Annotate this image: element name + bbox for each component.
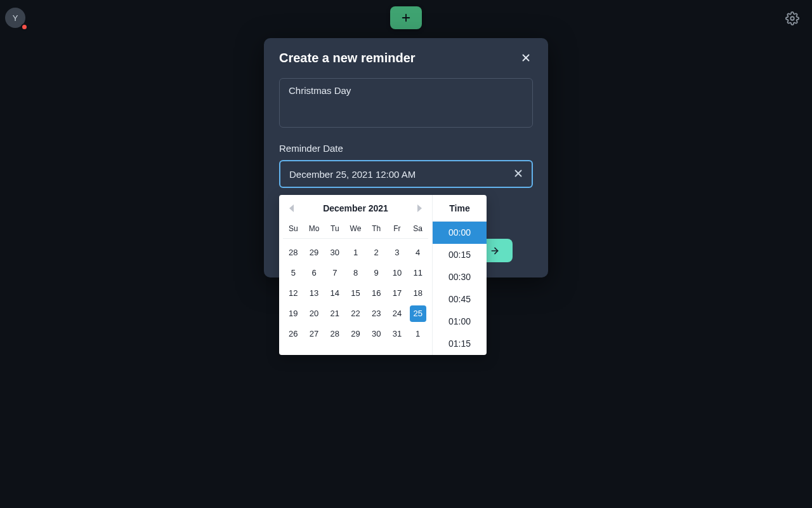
time-option[interactable]: 01:15	[433, 333, 487, 355]
calendar-header: December 2021	[279, 195, 432, 222]
reminder-text-input[interactable]	[279, 78, 533, 128]
time-option[interactable]: 00:00	[433, 222, 487, 244]
clear-date-button[interactable]	[513, 168, 525, 180]
plus-icon	[400, 12, 412, 23]
day-cell[interactable]: 21	[324, 304, 345, 324]
add-reminder-button[interactable]	[390, 6, 422, 29]
prev-month-button[interactable]	[289, 204, 294, 212]
weekday-sa: Sa	[407, 222, 428, 238]
calendar-grid: 2829301234567891011121314151617181920212…	[279, 239, 432, 351]
day-cell[interactable]: 12	[283, 283, 304, 304]
day-cell[interactable]: 1	[407, 324, 428, 344]
reminder-date-input[interactable]: December 25, 2021 12:00 AM	[279, 160, 533, 188]
day-cell[interactable]: 3	[387, 243, 408, 263]
svg-point-2	[790, 17, 794, 20]
close-icon	[513, 168, 524, 179]
day-cell[interactable]: 28	[324, 324, 345, 344]
close-button[interactable]	[520, 52, 533, 65]
weekday-mo: Mo	[304, 222, 325, 238]
day-cell[interactable]: 27	[304, 324, 325, 344]
day-cell[interactable]: 31	[387, 324, 408, 344]
time-option[interactable]: 00:30	[433, 266, 487, 288]
day-cell[interactable]: 30	[366, 324, 387, 344]
day-cell[interactable]: 9	[366, 263, 387, 283]
next-month-button[interactable]	[417, 204, 422, 212]
day-cell[interactable]: 2	[366, 243, 387, 263]
calendar-week: 2627282930311	[283, 324, 428, 344]
arrow-right-icon	[490, 246, 500, 256]
day-cell[interactable]: 16	[366, 283, 387, 304]
day-cell[interactable]: 20	[304, 304, 325, 324]
datepicker-popover: December 2021 Su Mo Tu We Th Fr Sa 28293…	[279, 195, 487, 355]
day-cell[interactable]: 6	[304, 263, 325, 283]
avatar[interactable]: Y	[5, 8, 27, 29]
day-cell[interactable]: 19	[283, 304, 304, 324]
day-cell[interactable]: 11	[407, 263, 428, 283]
day-cell[interactable]: 5	[283, 263, 304, 283]
day-cell[interactable]: 13	[304, 283, 325, 304]
time-heading: Time	[433, 195, 487, 222]
day-cell[interactable]: 23	[366, 304, 387, 324]
modal-header: Create a new reminder	[279, 51, 533, 65]
current-month-label: December 2021	[323, 203, 388, 213]
weekday-su: Su	[283, 222, 304, 238]
calendar-week: 2829301234	[283, 243, 428, 263]
day-cell[interactable]: 22	[345, 304, 366, 324]
time-column: Time 00:0000:1500:3000:4501:0001:15	[432, 195, 487, 355]
reminder-date-value: December 25, 2021 12:00 AM	[289, 169, 416, 180]
day-cell[interactable]: 14	[324, 283, 345, 304]
day-cell[interactable]: 4	[407, 243, 428, 263]
day-cell[interactable]: 30	[324, 243, 345, 263]
time-option[interactable]: 00:45	[433, 288, 487, 311]
modal-title: Create a new reminder	[279, 51, 416, 65]
day-cell[interactable]: 26	[283, 324, 304, 344]
weekday-row: Su Mo Tu We Th Fr Sa	[283, 222, 428, 239]
weekday-we: We	[345, 222, 366, 238]
calendar-week: 12131415161718	[283, 283, 428, 304]
day-cell[interactable]: 29	[345, 324, 366, 344]
topbar: Y	[0, 0, 812, 38]
reminder-date-label: Reminder Date	[279, 143, 533, 154]
day-cell[interactable]: 28	[283, 243, 304, 263]
day-cell[interactable]: 17	[387, 283, 408, 304]
weekday-th: Th	[366, 222, 387, 238]
day-cell[interactable]: 10	[387, 263, 408, 283]
day-cell[interactable]: 25	[407, 304, 428, 324]
calendar-week: 19202122232425	[283, 304, 428, 324]
settings-button[interactable]	[785, 11, 801, 27]
day-cell[interactable]: 8	[345, 263, 366, 283]
day-cell[interactable]: 18	[407, 283, 428, 304]
time-list[interactable]: 00:0000:1500:3000:4501:0001:15	[433, 222, 487, 355]
weekday-tu: Tu	[324, 222, 345, 238]
time-option[interactable]: 01:00	[433, 311, 487, 333]
day-cell[interactable]: 29	[304, 243, 325, 263]
close-icon	[520, 52, 532, 64]
day-cell[interactable]: 15	[345, 283, 366, 304]
weekday-fr: Fr	[387, 222, 408, 238]
day-cell[interactable]: 24	[387, 304, 408, 324]
status-dot-icon	[21, 23, 28, 30]
gear-icon	[785, 11, 799, 25]
day-cell[interactable]: 1	[345, 243, 366, 263]
day-cell[interactable]: 7	[324, 263, 345, 283]
calendar: December 2021 Su Mo Tu We Th Fr Sa 28293…	[279, 195, 432, 355]
time-option[interactable]: 00:15	[433, 244, 487, 266]
calendar-week: 567891011	[283, 263, 428, 283]
